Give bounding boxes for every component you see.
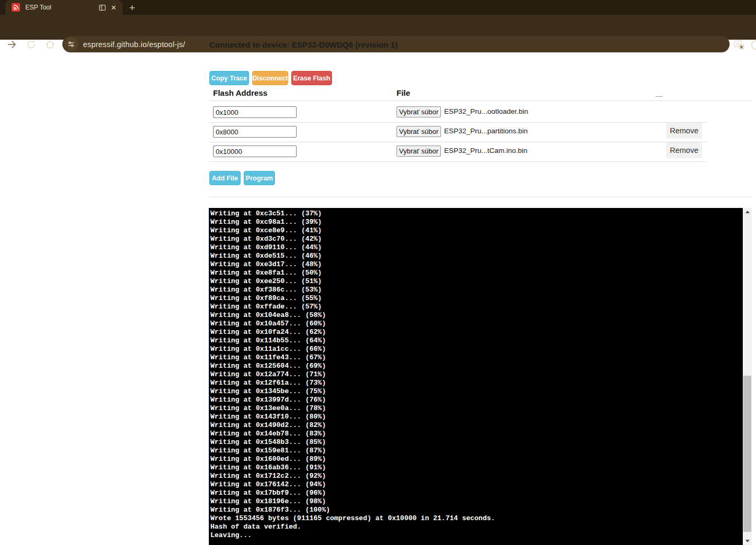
terminal-line: Writing at 0xe3d17... (48%): [210, 260, 743, 269]
file-name-3: ESP32_Pru...tCam.ino.bin: [444, 147, 528, 155]
flash-address-header: Flash Address: [213, 88, 268, 97]
actions-header-dash: —: [656, 92, 662, 100]
file-name-2: ESP32_Pru...partitions.bin: [444, 127, 528, 135]
translate-icon[interactable]: G x: [734, 39, 745, 51]
terminal-line: Writing at 0xd3c70... (42%): [210, 235, 743, 243]
scrollbar-thumb[interactable]: [743, 376, 751, 532]
terminal-scrollbar[interactable]: [743, 208, 752, 545]
terminal-line: Writing at 0x14eb78... (83%): [210, 430, 743, 438]
terminal-line: Writing at 0x1490d2... (82%): [210, 421, 743, 430]
choose-file-button-3[interactable]: Vybrať súbor: [397, 146, 441, 157]
terminal-line: Writing at 0xee250... (51%): [210, 277, 743, 286]
add-file-button[interactable]: Add File: [209, 171, 241, 185]
terminal-line: Writing at 0x143f10... (80%): [210, 413, 743, 421]
terminal-output: Writing at 0xc3c51... (37%)Writing at 0x…: [209, 208, 743, 545]
flash-address-input-2[interactable]: [213, 126, 297, 138]
remove-file-button-3[interactable]: Remove: [666, 142, 702, 158]
terminal-line: Writing at 0x13997d... (76%): [210, 396, 743, 404]
flash-address-input-3[interactable]: [213, 146, 297, 157]
terminal-line: Writing at 0x159e81... (87%): [210, 447, 743, 455]
terminal-line: Writing at 0x1712c2... (92%): [210, 472, 743, 480]
terminal-line: Writing at 0xd9110... (44%): [210, 243, 743, 252]
scrollbar-down-icon[interactable]: [743, 537, 752, 545]
terminal-line: Writing at 0xce8e9... (41%): [210, 226, 743, 235]
terminal-line: Writing at 0xf89ca... (55%): [210, 294, 743, 303]
tab-title: ESP Tool: [25, 4, 95, 11]
espressif-favicon-icon: [12, 3, 20, 12]
tab-close-icon[interactable]: ✕: [109, 3, 118, 12]
choose-file-button-1[interactable]: Vybrať súbor: [397, 106, 441, 117]
terminal-line: Writing at 0x18196e... (98%): [210, 497, 743, 506]
terminal-line: Writing at 0x1876f3... (100%): [210, 506, 743, 514]
home-icon[interactable]: [44, 39, 56, 50]
terminal-line: Writing at 0xc3c51... (37%): [210, 210, 743, 218]
terminal-line: Hash of data verified.: [210, 523, 743, 531]
terminal-line: Writing at 0x1345be... (75%): [210, 387, 743, 396]
svg-text:x: x: [740, 44, 743, 49]
connected-device-status: Connected to device: ESP32-D0WDQ6 (revis…: [209, 40, 398, 49]
url-text[interactable]: espressif.github.io/esptool-js/: [83, 40, 185, 49]
terminal-line: Writing at 0x12a774... (71%): [210, 370, 743, 379]
reload-icon[interactable]: [25, 39, 37, 50]
browser-window: ESP Tool ✕ +: [0, 0, 756, 545]
tab-esp-tool[interactable]: ESP Tool ✕: [5, 0, 123, 15]
scrollbar-up-icon[interactable]: [743, 208, 752, 216]
remove-file-button-2[interactable]: Remove: [666, 123, 702, 139]
file-header: File: [397, 88, 410, 97]
browser-toolbar: espressif.github.io/esptool-js/ G x: [0, 15, 756, 40]
choose-file-button-2[interactable]: Vybrať súbor: [397, 126, 441, 137]
terminal-line: Writing at 0x17bbf9... (96%): [210, 489, 743, 497]
terminal-line: Writing at 0x10fa24... (62%): [210, 328, 743, 337]
erase-flash-button[interactable]: Erase Flash: [291, 71, 332, 85]
new-tab-button[interactable]: +: [126, 2, 139, 14]
table-row-divider: [209, 161, 707, 162]
section-divider: [209, 197, 751, 197]
site-settings-icon[interactable]: [64, 37, 78, 51]
terminal-line: Writing at 0x176142... (94%): [210, 480, 743, 489]
table-header-divider: [209, 101, 751, 101]
svg-text:G: G: [736, 42, 740, 47]
disconnect-button[interactable]: Disconnect: [252, 71, 288, 85]
terminal-line: Wrote 1553456 bytes (911165 compressed) …: [210, 514, 743, 523]
profile-avatar-icon[interactable]: [750, 39, 756, 51]
terminal-line: Writing at 0xe8fa1... (50%): [210, 269, 743, 277]
terminal-line: Writing at 0xf386c... (53%): [210, 286, 743, 294]
terminal-line: Writing at 0x114b55... (64%): [210, 337, 743, 345]
terminal-line: Writing at 0x1600ed... (89%): [210, 455, 743, 464]
flash-address-input-1[interactable]: [213, 106, 297, 118]
forward-arrow-icon[interactable]: [6, 39, 18, 50]
tab-organize-icon[interactable]: [97, 3, 107, 12]
terminal-line: Writing at 0x13ee0a... (78%): [210, 404, 743, 413]
terminal-line: Writing at 0x10a457... (60%): [210, 320, 743, 328]
copy-trace-button[interactable]: Copy Trace: [209, 71, 249, 85]
terminal-line: Writing at 0x11fe43... (67%): [210, 353, 743, 362]
terminal-line: Writing at 0xc98a1... (39%): [210, 218, 743, 226]
file-name-1: ESP32_Pru...ootloader.bin: [444, 107, 528, 115]
table-row-divider: [209, 142, 707, 142]
terminal-line: Writing at 0x104ea8... (58%): [210, 311, 743, 320]
terminal-line: Writing at 0xde515... (46%): [210, 252, 743, 260]
program-button[interactable]: Program: [244, 171, 275, 185]
terminal-line: Writing at 0x16ab36... (91%): [210, 464, 743, 472]
table-row-divider: [209, 122, 707, 123]
terminal-line: Leaving...: [210, 531, 743, 540]
terminal-line: Writing at 0x11a1cc... (66%): [210, 345, 743, 353]
tab-strip: ESP Tool ✕ +: [0, 0, 756, 15]
terminal-line: Writing at 0x1548b3... (85%): [210, 438, 743, 447]
terminal-line: Writing at 0x125604... (69%): [210, 362, 743, 370]
terminal-line: Writing at 0x12f61a... (73%): [210, 379, 743, 387]
terminal-line: Writing at 0xffade... (57%): [210, 303, 743, 311]
